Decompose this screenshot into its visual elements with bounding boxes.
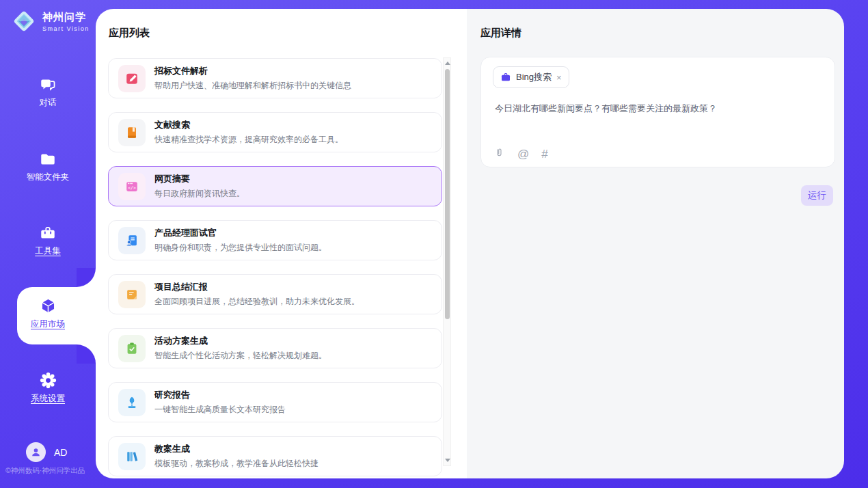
interviewer-icon (118, 227, 146, 254)
notch-curve-top (77, 268, 96, 287)
sidebar-item-label: 系统设置 (0, 393, 96, 405)
brand-tagline: Smart Vision (42, 25, 90, 32)
app-card-lesson-plan[interactable]: 教案生成 模板驱动，教案秒成，教学准备从此轻松快捷 (108, 436, 442, 476)
note-icon (118, 281, 146, 308)
sidebar-item-toolset[interactable]: 工具集 (0, 224, 96, 257)
app-card-title: 教案生成 (154, 443, 318, 455)
paperclip-icon[interactable] (493, 147, 505, 161)
sidebar-item-label: 工具集 (0, 245, 96, 257)
document-edit-icon (118, 65, 146, 92)
app-card-title: 文献搜索 (154, 119, 343, 131)
app-card-title: 项目总结汇报 (154, 281, 360, 293)
app-card-title: 活动方案生成 (154, 335, 327, 347)
app-card-description: 模板驱动，教案秒成，教学准备从此轻松快捷 (154, 458, 318, 470)
app-card-research-report[interactable]: 研究报告 一键智能生成高质量长文本研究报告 (108, 382, 442, 422)
app-card-pm-interviewer[interactable]: 产品经理面试官 明确身份和职责，为您提供专业性的面试问题。 (108, 220, 442, 260)
toolbox-icon (39, 224, 57, 242)
sidebar-item-app-market[interactable]: 应用市场 (0, 297, 96, 330)
app-window: 神州问学 Smart Vision 对话 智能文件夹 (0, 0, 868, 488)
app-card-title: 招标文件解析 (154, 65, 351, 77)
prompt-card: Bing搜索 × 今日湖北有哪些新闻要点？有哪些需要关注的最新政策？ @ # (480, 57, 835, 167)
user-avatar-icon (30, 446, 42, 458)
sidebar: 神州问学 Smart Vision 对话 智能文件夹 (0, 0, 96, 488)
app-card-description: 帮助用户快速、准确地理解和解析招标书中的关键信息 (154, 80, 351, 92)
brand-name: 神州问学 (42, 11, 90, 24)
hash-icon[interactable]: # (541, 148, 547, 161)
briefcase-icon (500, 72, 511, 83)
sidebar-item-label: 智能文件夹 (0, 172, 96, 183)
app-card-description: 每日政府新闻资讯快查。 (154, 188, 245, 200)
folder-icon (39, 150, 57, 168)
app-card-literature-search[interactable]: 文献搜索 快速精准查找学术资源，提高研究效率的必备工具。 (108, 112, 442, 152)
app-card-description: 智能生成个性化活动方案，轻松解决规划难题。 (154, 350, 327, 362)
user-name: AD (54, 447, 67, 458)
books-icon (118, 443, 146, 470)
scrollbar-thumb[interactable] (445, 69, 450, 319)
app-card-webpage-summary[interactable]: </> 网页摘要 每日政府新闻资讯快查。 (108, 166, 442, 206)
app-card-title: 产品经理面试官 (154, 227, 327, 239)
svg-text:</>: </> (128, 185, 136, 191)
book-icon (118, 119, 146, 146)
gear-icon (39, 371, 57, 390)
copyright-footer: ©神州数码·神州问学出品 (5, 466, 85, 476)
cube-icon (39, 297, 57, 315)
app-card-title: 网页摘要 (154, 173, 245, 185)
tag-close-icon[interactable]: × (556, 73, 562, 82)
tool-tag-bing-search[interactable]: Bing搜索 × (493, 66, 569, 88)
app-list-title: 应用列表 (109, 27, 150, 40)
sidebar-item-chat[interactable]: 对话 (0, 76, 96, 109)
app-card-description: 快速精准查找学术资源，提高研究效率的必备工具。 (154, 134, 343, 146)
chat-icon (39, 76, 57, 94)
app-card-list: 招标文件解析 帮助用户快速、准确地理解和解析招标书中的关键信息 文献搜索 (108, 58, 442, 478)
scroll-up-arrow-icon[interactable] (445, 62, 450, 65)
app-card-project-summary[interactable]: 项目总结汇报 全面回顾项目进展，总结经验教训，助力未来优化发展。 (108, 274, 442, 314)
app-detail-pane: 应用详情 Bing搜索 × 今日湖北有哪些新闻要点？有哪些需要关注的最新政策？ (467, 9, 844, 478)
tool-tag-label: Bing搜索 (516, 71, 552, 83)
app-list-pane: 应用列表 招标文件解析 帮助用户快速、准确地理解和解析招标书中的关键信息 (96, 9, 467, 478)
webpage-code-icon: </> (118, 173, 146, 200)
sidebar-item-smart-folders[interactable]: 智能文件夹 (0, 150, 96, 183)
user-account[interactable]: AD (26, 442, 67, 462)
prompt-toolbar: @ # (493, 147, 548, 161)
app-card-description: 全面回顾项目进展，总结经验教训，助力未来优化发展。 (154, 296, 360, 308)
prompt-input[interactable]: 今日湖北有哪些新闻要点？有哪些需要关注的最新政策？ (495, 103, 823, 115)
sidebar-item-label: 对话 (0, 97, 96, 109)
avatar (26, 442, 46, 462)
sidebar-item-settings[interactable]: 系统设置 (0, 371, 96, 405)
diamond-logo-icon (11, 8, 37, 34)
mention-icon[interactable]: @ (517, 148, 529, 161)
notch-curve-bottom (77, 344, 96, 364)
brand-logo: 神州问学 Smart Vision (11, 8, 90, 34)
app-card-description: 一键智能生成高质量长文本研究报告 (154, 404, 286, 416)
run-button[interactable]: 运行 (801, 185, 833, 206)
app-card-description: 明确身份和职责，为您提供专业性的面试问题。 (154, 242, 327, 254)
app-card-bid-doc-analysis[interactable]: 招标文件解析 帮助用户快速、准确地理解和解析招标书中的关键信息 (108, 58, 442, 98)
sidebar-item-label: 应用市场 (0, 318, 96, 330)
app-card-title: 研究报告 (154, 389, 286, 401)
app-list-scrollbar[interactable] (443, 57, 451, 466)
ink-pen-icon (118, 389, 146, 416)
app-card-event-plan[interactable]: 活动方案生成 智能生成个性化活动方案，轻松解决规划难题。 (108, 328, 442, 368)
scroll-down-arrow-icon[interactable] (445, 459, 450, 462)
clipboard-check-icon (118, 335, 146, 362)
app-detail-title: 应用详情 (480, 27, 521, 40)
main-content: 应用列表 招标文件解析 帮助用户快速、准确地理解和解析招标书中的关键信息 (96, 9, 844, 478)
